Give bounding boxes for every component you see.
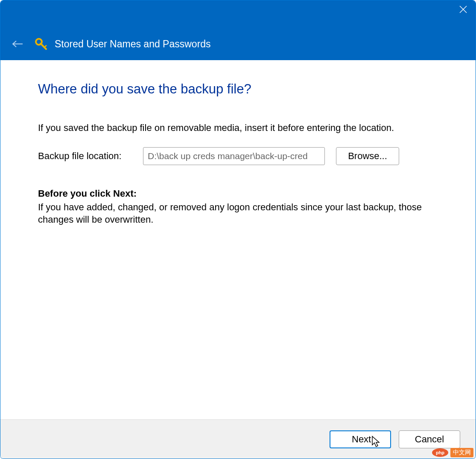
back-arrow-icon xyxy=(12,40,23,48)
watermark-text: 中文网 xyxy=(450,448,473,457)
cancel-button[interactable]: Cancel xyxy=(399,430,460,448)
next-button[interactable]: Next xyxy=(330,430,391,448)
next-button-label: Next xyxy=(352,434,371,444)
watermark: php 中文网 xyxy=(432,448,473,457)
before-next-text: If you have added, changed, or removed a… xyxy=(38,201,438,226)
page-heading: Where did you save the backup file? xyxy=(38,81,438,97)
instruction-text: If you saved the backup file on removabl… xyxy=(38,122,438,134)
back-button[interactable] xyxy=(11,38,24,50)
footer-bar: Next Cancel xyxy=(0,419,476,459)
header-title: Stored User Names and Passwords xyxy=(55,38,211,50)
location-row: Backup file location: Browse... xyxy=(38,147,438,165)
watermark-logo-icon: php xyxy=(432,448,449,457)
content-area: Where did you save the backup file? If y… xyxy=(0,60,476,419)
cursor-icon xyxy=(371,436,381,447)
browse-button[interactable]: Browse... xyxy=(336,147,399,165)
close-button[interactable] xyxy=(451,0,476,18)
key-icon xyxy=(34,37,48,51)
location-input[interactable] xyxy=(143,147,325,165)
svg-line-5 xyxy=(44,46,46,47)
header-bar: Stored User Names and Passwords xyxy=(0,28,476,60)
location-label: Backup file location: xyxy=(38,151,132,162)
before-next-heading: Before you click Next: xyxy=(38,188,438,199)
svg-text:php: php xyxy=(436,450,444,455)
title-bar xyxy=(0,0,476,28)
close-icon xyxy=(459,6,467,13)
